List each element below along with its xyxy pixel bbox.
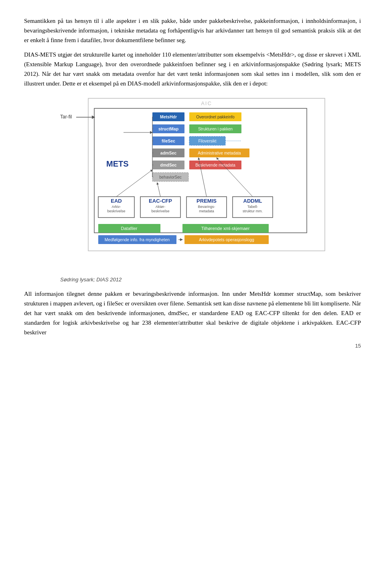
page-number: 15	[24, 342, 361, 350]
svg-line-51	[157, 183, 160, 197]
svg-text:Bevarings-: Bevarings-	[198, 205, 215, 209]
paragraph-3: All informasjon tilegnet denne pakken er…	[24, 289, 361, 337]
tar-label: Tar-fil	[60, 114, 72, 120]
dias-diagram: AIC Tar-fil METS MetsHdr Overordnet pakk…	[56, 96, 329, 272]
diagram-section: AIC Tar-fil METS MetsHdr Overordnet pakk…	[24, 96, 361, 284]
diagram-caption: Sødring lysark; DIAS 2012	[60, 276, 361, 284]
aic-label: AIC	[201, 100, 212, 106]
svg-text:Strukturen i pakken: Strukturen i pakken	[198, 127, 233, 131]
svg-text:Arkivdepotets operasjonslogg: Arkivdepotets operasjonslogg	[199, 237, 254, 242]
paragraph-2: DIAS-METS utgjør det strukturelle kartet…	[24, 50, 361, 88]
svg-text:Tabell-: Tabell-	[247, 205, 258, 209]
svg-text:metadata: metadata	[199, 209, 214, 213]
svg-line-50	[116, 170, 152, 197]
paragraph-1: Semantikken på tas hensyn til i alle asp…	[24, 16, 361, 45]
main-content: Semantikken på tas hensyn til i alle asp…	[24, 16, 361, 337]
svg-text:Beskrivende metadata: Beskrivende metadata	[195, 163, 235, 167]
svg-text:PREMIS: PREMIS	[197, 198, 217, 204]
svg-text:Aktør-: Aktør-	[156, 205, 166, 209]
svg-text:Datafiler: Datafiler	[121, 226, 138, 231]
svg-text:structMap: structMap	[158, 126, 178, 131]
svg-text:ADDML: ADDML	[243, 198, 262, 204]
svg-text:MetsHdr: MetsHdr	[160, 114, 177, 119]
svg-text:admSec: admSec	[160, 151, 176, 155]
svg-text:Filoversikt: Filoversikt	[198, 139, 216, 143]
mets-label: METS	[106, 159, 129, 168]
svg-text:dmdSec: dmdSec	[160, 163, 177, 167]
svg-text:fileSec: fileSec	[162, 138, 175, 143]
svg-text:beskrivelse: beskrivelse	[151, 209, 169, 213]
svg-text:EAD: EAD	[111, 198, 122, 204]
svg-text:beskrivelse: beskrivelse	[107, 209, 125, 213]
svg-text:Administrative metadata: Administrative metadata	[198, 151, 241, 155]
svg-text:Arkiv-: Arkiv-	[112, 205, 121, 209]
svg-text:behaviorSec: behaviorSec	[159, 175, 182, 179]
svg-text:struktur mm.: struktur mm.	[243, 209, 263, 213]
svg-text:EAC-CFP: EAC-CFP	[149, 198, 172, 204]
svg-text:Overordnet pakkeinfo: Overordnet pakkeinfo	[196, 115, 235, 119]
svg-text:Medfølgende info. fra myndighe: Medfølgende info. fra myndigheten	[105, 237, 170, 242]
svg-text:Tilhørende xml-skjemaer: Tilhørende xml-skjemaer	[201, 226, 250, 231]
